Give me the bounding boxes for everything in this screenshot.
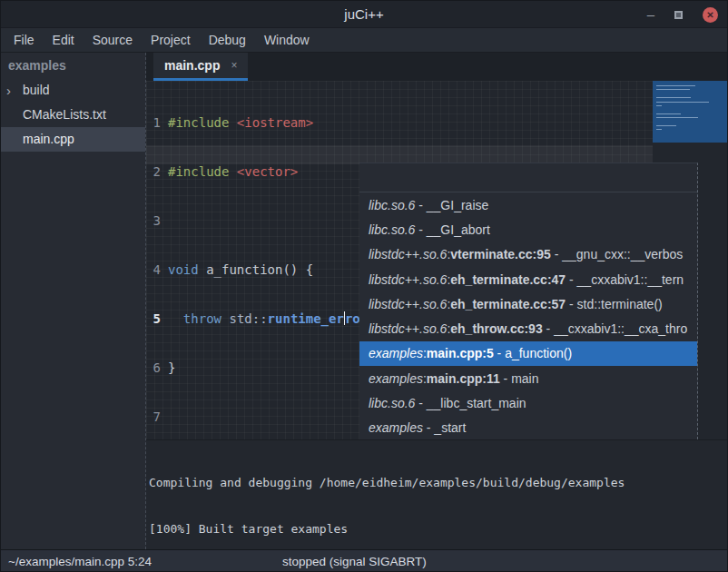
code-token: }: [168, 360, 175, 375]
backtrace-item[interactable]: examples:main.cpp:11 - main: [359, 366, 697, 390]
titlebar: juCi++ – ✕: [1, 1, 727, 28]
backtrace-item[interactable]: libc.so.6 - __GI_abort: [359, 217, 697, 242]
tab-label: main.cpp: [164, 58, 220, 73]
statusbar: ~/examples/main.cpp 5:24 stopped (signal…: [1, 549, 727, 572]
code-token: #include: [168, 164, 237, 179]
tree-item-build[interactable]: › build: [1, 78, 145, 103]
tree-item-main-cpp[interactable]: main.cpp: [1, 127, 145, 152]
menu-debug[interactable]: Debug: [200, 33, 255, 47]
code-line: 1#include <iostream>: [146, 114, 467, 131]
code-token: throw: [183, 311, 221, 326]
menu-window[interactable]: Window: [255, 33, 319, 47]
minimap-visible-region[interactable]: [653, 81, 727, 143]
restore-button[interactable]: [674, 11, 683, 19]
code-token: std::: [229, 311, 267, 326]
tab-main-cpp[interactable]: main.cpp ×: [153, 53, 248, 81]
close-button[interactable]: ✕: [703, 7, 718, 23]
tree-item-label: build: [23, 78, 50, 103]
line-number: 7: [146, 409, 168, 425]
code-token: #include: [168, 115, 237, 130]
line-number: 6: [146, 360, 168, 376]
line-number: 1: [146, 114, 168, 131]
code-editor[interactable]: 1#include <iostream> 2#include <vector> …: [146, 81, 727, 439]
tabbar: main.cpp ×: [146, 53, 727, 81]
menu-source[interactable]: Source: [84, 33, 142, 47]
tree-item-cmakelists[interactable]: CMakeLists.txt: [1, 103, 145, 127]
line-number: 2: [146, 163, 168, 180]
code-token: <vector>: [237, 164, 298, 179]
project-name: examples: [1, 53, 145, 78]
file-tree-panel: examples › build CMakeLists.txt main.cpp: [1, 53, 146, 549]
chevron-right-icon[interactable]: ›: [6, 78, 23, 103]
menu-file[interactable]: File: [5, 33, 44, 47]
code-token: runtime_er: [268, 311, 344, 326]
backtrace-popup: libc.so.6 - __GI_raise libc.so.6 - __GI_…: [359, 163, 698, 439]
window-title: juCi++: [344, 6, 383, 22]
terminal-line: [100%] Built target examples: [149, 521, 727, 537]
backtrace-item[interactable]: libstdc++.so.6:eh_terminate.cc:47 - __cx…: [359, 267, 697, 291]
menu-edit[interactable]: Edit: [44, 33, 84, 47]
menu-project[interactable]: Project: [142, 33, 200, 47]
backtrace-item-selected[interactable]: examples:main.cpp:5 - a_function(): [359, 341, 697, 366]
menubar: File Edit Source Project Debug Window: [1, 28, 727, 53]
juci-window: juCi++ – ✕ File Edit Source Project Debu…: [0, 0, 728, 572]
backtrace-item[interactable]: libc.so.6 - __GI_raise: [359, 192, 697, 217]
terminal-output[interactable]: Compiling and debugging /home/eidheim/ex…: [146, 439, 727, 549]
code-token: a_function() {: [199, 262, 313, 277]
code-token: <iostream>: [237, 115, 313, 130]
window-controls: – ✕: [647, 1, 718, 28]
code-token: [168, 311, 183, 326]
code-token: void: [168, 262, 199, 277]
backtrace-item[interactable]: libc.so.6 - __libc_start_main: [359, 390, 697, 415]
backtrace-item[interactable]: libstdc++.so.6:eh_throw.cc:93 - __cxxabi…: [359, 316, 697, 340]
tree-item-label: main.cpp: [23, 127, 74, 152]
backtrace-item[interactable]: examples - _start: [359, 416, 697, 439]
tree-item-label: CMakeLists.txt: [23, 103, 106, 127]
line-number: 5: [146, 311, 168, 327]
backtrace-popup-spacer: [359, 163, 697, 192]
backtrace-item[interactable]: libstdc++.so.6:vterminate.cc:95 - __gnu_…: [359, 242, 697, 267]
line-number: 3: [146, 212, 168, 229]
minimize-button[interactable]: –: [647, 10, 654, 19]
backtrace-item[interactable]: libstdc++.so.6:eh_terminate.cc:57 - std:…: [359, 291, 697, 316]
line-number: 4: [146, 261, 168, 278]
status-file-location: ~/examples/main.cpp 5:24: [1, 555, 152, 568]
terminal-line: Compiling and debugging /home/eidheim/ex…: [149, 475, 727, 490]
tab-close-icon[interactable]: ×: [231, 59, 237, 72]
status-debug-state: stopped (signal SIGABRT): [282, 555, 427, 568]
